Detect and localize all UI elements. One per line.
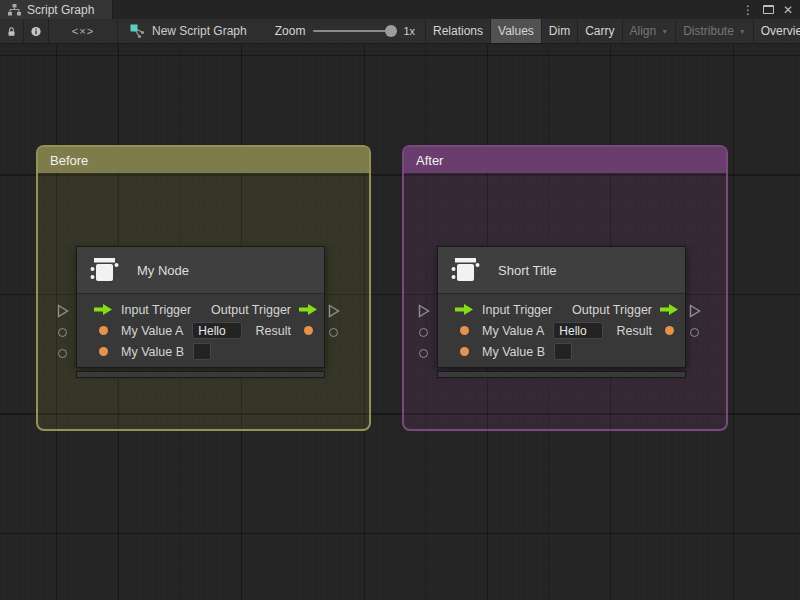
value-b-field[interactable] — [193, 343, 211, 360]
values-button[interactable]: Values — [490, 19, 541, 43]
titlebar: Script Graph ⋮ ✕ — [0, 0, 800, 19]
window-menu-icon[interactable]: ⋮ — [742, 4, 754, 16]
port-row: Input Trigger Output Trigger — [77, 299, 324, 320]
flow-port-outline-icon[interactable] — [418, 304, 430, 318]
align-dropdown[interactable]: Align ▼ — [622, 19, 676, 43]
tab-script-graph[interactable]: Script Graph — [0, 0, 113, 19]
zoom-slider[interactable] — [313, 30, 395, 32]
carry-button[interactable]: Carry — [577, 19, 621, 43]
unit-node-icon — [450, 255, 481, 286]
zoom-label: Zoom — [275, 24, 306, 38]
value-b-field[interactable] — [554, 343, 572, 360]
graph-title: New Script Graph — [152, 24, 247, 38]
value-port-outline-icon[interactable] — [419, 328, 428, 337]
value-input-port-icon[interactable] — [94, 326, 112, 335]
value-port-outline-icon[interactable] — [58, 349, 67, 358]
node-header[interactable]: Short Title — [438, 247, 685, 294]
node-my-node[interactable]: My Node Input Trigger Output Trigger — [76, 246, 325, 378]
port-row: My Value B — [77, 341, 324, 362]
lock-icon — [7, 25, 16, 38]
chevron-down-icon: ▼ — [739, 28, 746, 35]
unit-node-icon — [89, 255, 120, 286]
value-input-port-icon[interactable] — [455, 326, 473, 335]
overview-button[interactable]: Overview — [753, 19, 800, 43]
graph-toolbar: <×> New Script Graph Zoom 1x Relations V… — [0, 19, 800, 44]
script-graph-window: Script Graph ⋮ ✕ <×> — [0, 0, 800, 600]
node-header[interactable]: My Node — [77, 247, 324, 294]
value-port-outline-icon[interactable] — [419, 349, 428, 358]
window-controls: ⋮ ✕ — [742, 0, 800, 19]
node-title: Short Title — [498, 263, 557, 278]
chevron-down-icon: ▼ — [661, 28, 668, 35]
value-a-field[interactable] — [553, 322, 603, 339]
relations-button[interactable]: Relations — [425, 19, 490, 43]
value-a-field[interactable] — [192, 322, 242, 339]
value-port-outline-icon[interactable] — [329, 328, 338, 337]
toolbar-toggles: Relations Values Dim Carry Align ▼ Distr… — [425, 19, 800, 43]
value-input-port-icon[interactable] — [94, 347, 112, 356]
info-button[interactable] — [24, 19, 48, 43]
node-title: My Node — [137, 263, 189, 278]
graph-breadcrumb[interactable]: New Script Graph — [118, 19, 257, 43]
value-input-port-icon[interactable] — [455, 347, 473, 356]
value-port-outline-icon[interactable] — [58, 328, 67, 337]
port-row: Input Trigger Output Trigger — [438, 299, 685, 320]
distribute-dropdown[interactable]: Distribute ▼ — [675, 19, 753, 43]
hierarchy-icon — [8, 4, 21, 16]
flow-port-outline-icon[interactable] — [57, 304, 69, 318]
flow-input-port-icon[interactable] — [455, 304, 473, 315]
zoom-value: 1x — [403, 25, 415, 37]
zoom-control: Zoom 1x — [257, 19, 425, 43]
graph-icon — [130, 24, 145, 39]
group-label: After — [416, 153, 443, 168]
close-icon[interactable]: ✕ — [783, 4, 793, 16]
graph-canvas[interactable]: Before After My Node — [0, 45, 800, 600]
node-footer — [437, 371, 686, 378]
group-after-header[interactable]: After — [404, 147, 726, 173]
flow-port-outline-icon[interactable] — [689, 304, 701, 318]
node-footer — [76, 371, 325, 378]
value-port-outline-icon[interactable] — [690, 328, 699, 337]
node-short-title[interactable]: Short Title Input Trigger Output Trigger — [437, 246, 686, 378]
flow-output-port-icon[interactable] — [299, 304, 317, 315]
group-label: Before — [50, 153, 88, 168]
code-preview-button[interactable]: <×> — [49, 19, 117, 43]
tab-title: Script Graph — [27, 3, 94, 17]
port-row: My Value A Result — [438, 320, 685, 341]
port-row: My Value B — [438, 341, 685, 362]
flow-port-outline-icon[interactable] — [328, 304, 340, 318]
maximize-icon[interactable] — [763, 5, 774, 14]
value-output-port-icon[interactable] — [299, 326, 317, 335]
info-icon — [31, 25, 41, 38]
flow-input-port-icon[interactable] — [94, 304, 112, 315]
port-row: My Value A Result — [77, 320, 324, 341]
lock-button[interactable] — [0, 19, 23, 43]
flow-output-port-icon[interactable] — [660, 304, 678, 315]
value-output-port-icon[interactable] — [660, 326, 678, 335]
dim-button[interactable]: Dim — [541, 19, 577, 43]
zoom-slider-knob[interactable] — [385, 25, 397, 37]
group-before-header[interactable]: Before — [38, 147, 369, 173]
